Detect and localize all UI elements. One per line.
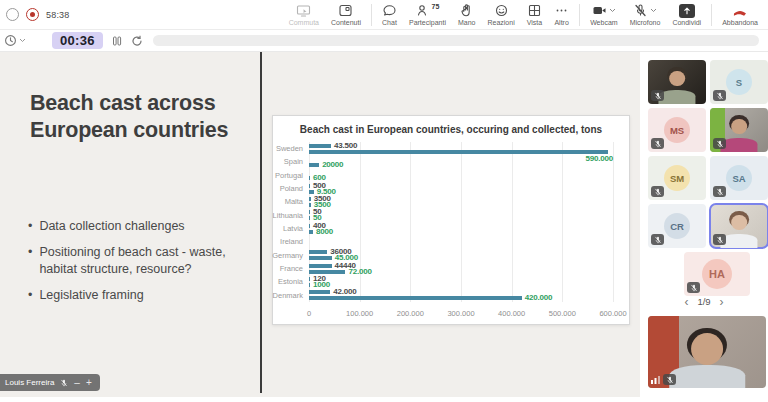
participant-tile-s[interactable]: S: [710, 60, 768, 104]
zoom-in-button[interactable]: +: [86, 378, 92, 388]
presenter-name-pill: Louis Ferreira – +: [0, 374, 100, 391]
speaker-video-tile[interactable]: [648, 316, 766, 388]
bar: [309, 283, 310, 287]
participants-pagination: ‹ 1/9 ›: [640, 296, 768, 307]
chart-row: 20000: [309, 155, 613, 168]
mic-muted-icon: [713, 90, 726, 101]
bar-collected: 72.000: [309, 269, 613, 274]
timer-value: 00:36: [52, 32, 103, 49]
toolbar-webcam-button[interactable]: Webcam: [584, 0, 624, 30]
x-tick-label: 600.000: [599, 309, 626, 318]
toolbar-condividi-button[interactable]: Condividi: [666, 0, 707, 30]
toolbar-commuta-button[interactable]: Commuta: [283, 0, 325, 30]
chevron-down-icon: [19, 38, 26, 43]
participant-tile-sa[interactable]: SA: [710, 156, 768, 200]
timer-reset-button[interactable]: [131, 35, 143, 47]
bar-occurring: [309, 170, 613, 175]
country-label: Sweden: [273, 142, 306, 155]
participants-icon: [416, 3, 431, 18]
toolbar-chat-button[interactable]: Chat: [376, 0, 403, 30]
toolbar-contenuti-button[interactable]: Contenuti: [325, 0, 367, 30]
page-prev-button[interactable]: ‹: [684, 297, 688, 307]
country-label: France: [273, 262, 306, 275]
toolbar-altro-button[interactable]: Altro: [548, 0, 575, 30]
camera-icon: [592, 3, 607, 18]
toolbar-label: Mano: [458, 19, 476, 27]
toolbar-vista-button[interactable]: Vista: [521, 0, 548, 30]
chart-row: 5050: [309, 209, 613, 222]
page-next-button[interactable]: ›: [720, 297, 724, 307]
bar: [309, 250, 327, 254]
zoom-out-button[interactable]: –: [74, 378, 80, 388]
bar-occurring: 3500: [309, 196, 613, 201]
mic-muted-icon: [651, 138, 664, 149]
timer-pause-button[interactable]: [111, 35, 123, 47]
chevron-down-icon[interactable]: [609, 8, 616, 13]
share-icon: [679, 4, 695, 18]
record-icon: [26, 8, 39, 21]
chart-row: 43.500590.000: [309, 142, 613, 155]
country-label: Ireland: [273, 235, 306, 248]
chart-plot: 43.500590.000200006005009.50035003500505…: [309, 142, 613, 302]
participant-tile-ms[interactable]: MS: [648, 108, 706, 152]
toolbar-abbandona-button[interactable]: Abbandona: [716, 0, 764, 30]
bar: [309, 230, 313, 234]
meeting-toolbar: CommutaContenutiChat75PartecipantiManoRe…: [283, 0, 764, 30]
mic-muted-icon: [713, 138, 726, 149]
bar: [309, 277, 310, 281]
mic-muted-icon: [713, 186, 726, 197]
x-tick-label: 100.000: [346, 309, 373, 318]
bar: [309, 176, 310, 180]
country-label: Malta: [273, 195, 306, 208]
chart-row: 600: [309, 169, 613, 182]
toolbar-label: Contenuti: [331, 19, 361, 27]
chart-row: 3600045.000: [309, 249, 613, 262]
participant-video-tile[interactable]: [710, 204, 768, 248]
timer-bar: 00:36: [0, 30, 768, 52]
bar: [309, 184, 310, 188]
bar-occurring: 50: [309, 210, 613, 215]
toolbar-microfono-button[interactable]: Microfono: [624, 0, 667, 30]
bar: [309, 150, 608, 154]
participant-video-tile[interactable]: [710, 108, 768, 152]
shared-slide: Beach cast across European countries •Da…: [0, 52, 640, 397]
avatar: S: [726, 69, 752, 95]
chart-row: 42.000420.000: [309, 289, 613, 302]
signal-bars-icon: [651, 375, 661, 384]
avatar: SM: [664, 165, 690, 191]
loop-icon: [6, 8, 19, 21]
x-tick-label: 200.000: [397, 309, 424, 318]
toolbar-label: Partecipanti: [409, 19, 446, 27]
timer-menu[interactable]: [4, 34, 26, 47]
bar-collected: 600: [309, 176, 613, 181]
chart-row: 4444072.000: [309, 262, 613, 275]
bar-collected: 8000: [309, 229, 613, 234]
x-tick-label: 500.000: [549, 309, 576, 318]
toolbar-label: Chat: [382, 19, 397, 27]
connection-badges: [651, 374, 676, 385]
toolbar-mano-button[interactable]: Mano: [452, 0, 482, 30]
bar: [309, 163, 319, 167]
participant-tile-sm[interactable]: SM: [648, 156, 706, 200]
participant-tile-ha[interactable]: HA: [684, 252, 750, 296]
toolbar-partecipanti-button[interactable]: 75Partecipanti: [403, 0, 452, 30]
toolbar-label: Altro: [554, 19, 568, 27]
more-icon: [554, 3, 569, 18]
bar-collected: 50: [309, 216, 613, 221]
bar-collected: 20000: [309, 162, 613, 167]
toolbar-label: Webcam: [590, 19, 618, 27]
chevron-down-icon[interactable]: [650, 8, 657, 13]
toolbar-reazioni-button[interactable]: Reazioni: [481, 0, 520, 30]
bar-value-label: 20000: [322, 161, 343, 169]
toolbar-label: Vista: [527, 19, 542, 27]
country-label: Estonia: [273, 275, 306, 288]
bar-occurring: 120: [309, 276, 613, 281]
participant-video-tile[interactable]: [648, 60, 706, 104]
chart-xaxis: 0100.000200.000300.000400.000500.000600.…: [309, 309, 613, 319]
country-label: Lithuania: [273, 209, 306, 222]
bar-value-label: 420.000: [525, 294, 553, 302]
x-tick-label: 300.000: [447, 309, 474, 318]
participant-tile-cr[interactable]: CR: [648, 204, 706, 248]
bar: [309, 216, 310, 220]
participants-grid: SMSSMSACR: [648, 60, 768, 248]
